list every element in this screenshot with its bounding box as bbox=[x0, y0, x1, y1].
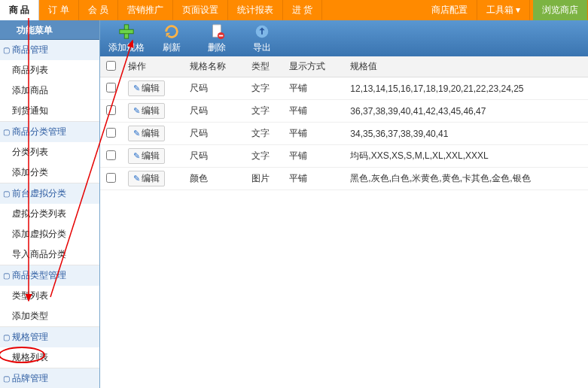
content-area: 添加规格 刷新 删除 导出 操作 规格名称 bbox=[100, 20, 588, 388]
sidebar-item[interactable]: 虚拟分类列表 bbox=[0, 204, 99, 224]
cell-name: 尺码 bbox=[184, 100, 245, 123]
sidebar-group-header[interactable]: 前台虚拟分类 bbox=[0, 183, 99, 204]
table-row: ✎编辑尺码文字平铺34,35,36,37,38,39,40,41 bbox=[100, 123, 588, 145]
cell-name: 颜色 bbox=[184, 168, 245, 190]
svg-rect-1 bbox=[120, 29, 133, 34]
tab-page-settings[interactable]: 页面设置 bbox=[173, 0, 228, 20]
export-button[interactable]: 导出 bbox=[243, 23, 281, 54]
cell-vals: 均码,XXS,XS,S,M,L,XL,XXL,XXXL bbox=[344, 145, 588, 168]
edit-label: 编辑 bbox=[142, 82, 160, 95]
sidebar-item[interactable]: 到货通知 bbox=[0, 101, 99, 121]
select-all-checkbox[interactable] bbox=[106, 61, 116, 71]
table-row: ✎编辑颜色图片平铺黑色,灰色,白色,米黄色,黄色,卡其色,金色,银色 bbox=[100, 168, 588, 190]
pencil-icon: ✎ bbox=[133, 151, 140, 161]
cell-type: 文字 bbox=[245, 145, 284, 168]
edit-button[interactable]: ✎编辑 bbox=[128, 80, 165, 96]
delete-label: 删除 bbox=[208, 41, 226, 54]
cell-type: 文字 bbox=[245, 77, 284, 100]
cell-display: 平铺 bbox=[283, 168, 344, 190]
edit-label: 编辑 bbox=[142, 105, 160, 117]
col-values: 规格值 bbox=[344, 56, 588, 77]
refresh-button[interactable]: 刷新 bbox=[153, 23, 190, 54]
sidebar-item[interactable]: 添加类型 bbox=[0, 306, 99, 326]
sidebar-title: 功能菜单 bbox=[0, 20, 99, 40]
refresh-icon bbox=[163, 23, 180, 40]
data-grid: 操作 规格名称 类型 显示方式 规格值 ✎编辑尺码文字平铺12,13,14,15… bbox=[100, 56, 588, 388]
sidebar-item[interactable]: 添加虚拟分类 bbox=[0, 224, 99, 244]
tab-marketing[interactable]: 营销推广 bbox=[118, 0, 173, 20]
sidebar-group-header[interactable]: 规格管理 bbox=[0, 327, 99, 347]
col-action: 操作 bbox=[122, 56, 184, 77]
tab-toolbox[interactable]: 工具箱 ▾ bbox=[477, 0, 530, 20]
cell-name: 尺码 bbox=[184, 77, 245, 100]
export-label: 导出 bbox=[253, 41, 271, 54]
sidebar-item[interactable]: 添加分类 bbox=[0, 162, 99, 183]
cell-vals: 黑色,灰色,白色,米黄色,黄色,卡其色,金色,银色 bbox=[344, 168, 588, 190]
edit-button[interactable]: ✎编辑 bbox=[128, 126, 165, 141]
pencil-icon: ✎ bbox=[133, 174, 140, 183]
cell-type: 文字 bbox=[245, 123, 284, 145]
table-row: ✎编辑尺码文字平铺12,13,14,15,16,17,18,19,20,21,2… bbox=[100, 77, 588, 100]
edit-button[interactable]: ✎编辑 bbox=[128, 103, 165, 119]
row-checkbox[interactable] bbox=[106, 105, 116, 115]
sidebar-item[interactable]: 分类列表 bbox=[0, 142, 99, 162]
add-spec-label: 添加规格 bbox=[108, 41, 145, 54]
sidebar-item[interactable]: 导入商品分类 bbox=[0, 244, 99, 265]
top-navigation: 商 品 订 单 会 员 营销推广 页面设置 统计报表 进 货 商店配置 工具箱 … bbox=[0, 0, 588, 20]
tab-store-config[interactable]: 商店配置 bbox=[422, 0, 477, 20]
cell-display: 平铺 bbox=[283, 145, 344, 168]
svg-rect-4 bbox=[219, 35, 224, 36]
browse-store-button[interactable]: 浏览商店 bbox=[533, 0, 588, 20]
cell-vals: 12,13,14,15,16,17,18,19,20,21,22,23,24,2… bbox=[344, 77, 588, 100]
cell-vals: 36,37,38,39,40,41,42,43,45,46,47 bbox=[344, 100, 588, 123]
export-icon bbox=[254, 23, 270, 40]
pencil-icon: ✎ bbox=[133, 129, 140, 138]
tab-orders[interactable]: 订 单 bbox=[39, 0, 78, 20]
cell-display: 平铺 bbox=[283, 77, 344, 100]
highlight-ellipse bbox=[0, 347, 45, 363]
edit-button[interactable]: ✎编辑 bbox=[128, 148, 165, 164]
edit-label: 编辑 bbox=[142, 150, 160, 162]
sidebar-item[interactable]: 规格列表 bbox=[0, 347, 99, 368]
pencil-icon: ✎ bbox=[133, 106, 140, 116]
sidebar-group-header[interactable]: 商品类型管理 bbox=[0, 265, 99, 286]
delete-icon bbox=[209, 23, 225, 40]
pencil-icon: ✎ bbox=[133, 83, 140, 93]
sidebar-item[interactable]: 类型列表 bbox=[0, 286, 99, 306]
toolbar: 添加规格 刷新 删除 导出 bbox=[100, 20, 588, 56]
row-checkbox[interactable] bbox=[106, 173, 116, 183]
cell-type: 文字 bbox=[245, 100, 284, 123]
cell-type: 图片 bbox=[245, 168, 284, 190]
edit-label: 编辑 bbox=[142, 127, 160, 140]
cell-name: 尺码 bbox=[184, 123, 245, 145]
col-type: 类型 bbox=[245, 56, 284, 77]
row-checkbox[interactable] bbox=[106, 83, 116, 92]
plus-icon bbox=[118, 23, 135, 40]
delete-button[interactable]: 删除 bbox=[198, 23, 236, 54]
sidebar-group-header[interactable]: 品牌管理 bbox=[0, 368, 99, 388]
tab-purchase[interactable]: 进 货 bbox=[283, 0, 322, 20]
tab-members[interactable]: 会 员 bbox=[79, 0, 118, 20]
col-name: 规格名称 bbox=[184, 56, 245, 77]
sidebar-group-header[interactable]: 商品管理 bbox=[0, 40, 99, 60]
row-checkbox[interactable] bbox=[106, 128, 116, 138]
tab-reports[interactable]: 统计报表 bbox=[228, 0, 283, 20]
cell-display: 平铺 bbox=[283, 100, 344, 123]
edit-button[interactable]: ✎编辑 bbox=[128, 171, 165, 186]
cell-vals: 34,35,36,37,38,39,40,41 bbox=[344, 123, 588, 145]
sidebar-group-header[interactable]: 商品分类管理 bbox=[0, 122, 99, 142]
sidebar: 功能菜单 商品管理商品列表添加商品到货通知商品分类管理分类列表添加分类前台虚拟分… bbox=[0, 20, 100, 388]
cell-name: 尺码 bbox=[184, 145, 245, 168]
col-display: 显示方式 bbox=[283, 56, 344, 77]
edit-label: 编辑 bbox=[142, 172, 160, 185]
table-row: ✎编辑尺码文字平铺均码,XXS,XS,S,M,L,XL,XXL,XXXL bbox=[100, 145, 588, 168]
tab-products[interactable]: 商 品 bbox=[0, 0, 39, 20]
refresh-label: 刷新 bbox=[163, 41, 181, 54]
sidebar-item[interactable]: 添加商品 bbox=[0, 80, 99, 101]
table-row: ✎编辑尺码文字平铺36,37,38,39,40,41,42,43,45,46,4… bbox=[100, 100, 588, 123]
add-spec-button[interactable]: 添加规格 bbox=[108, 23, 145, 54]
cell-display: 平铺 bbox=[283, 123, 344, 145]
row-checkbox[interactable] bbox=[106, 150, 116, 160]
main-layout: 功能菜单 商品管理商品列表添加商品到货通知商品分类管理分类列表添加分类前台虚拟分… bbox=[0, 20, 588, 388]
sidebar-item[interactable]: 商品列表 bbox=[0, 60, 99, 80]
